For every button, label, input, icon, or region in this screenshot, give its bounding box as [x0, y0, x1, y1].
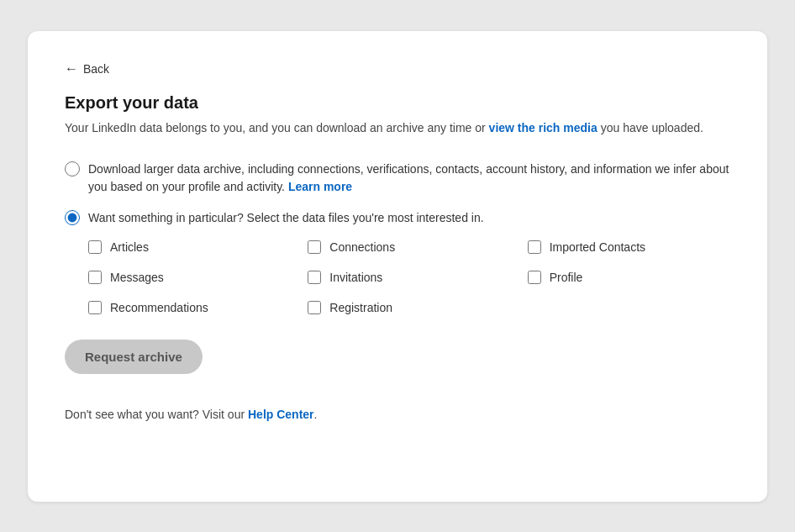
checkbox-messages-label[interactable]: Messages [110, 271, 164, 284]
page-subtitle: Your LinkedIn data belongs to you, and y… [65, 119, 730, 137]
checkbox-articles-label[interactable]: Articles [110, 240, 149, 254]
large-archive-text-before: Download larger data archive, including … [88, 162, 729, 193]
back-arrow-icon: ← [65, 61, 78, 76]
checkbox-messages: Messages [88, 271, 291, 284]
back-label: Back [83, 62, 109, 76]
checkbox-profile-input[interactable] [528, 271, 541, 284]
subtitle-text-after: you have uploaded. [598, 121, 703, 134]
checkbox-profile-label[interactable]: Profile [550, 271, 583, 284]
checkbox-recommendations-label[interactable]: Recommendations [110, 301, 208, 314]
checkbox-imported-contacts: Imported Contacts [528, 240, 730, 254]
help-text-before: Don't see what you want? Visit our [65, 408, 248, 421]
learn-more-link[interactable]: Learn more [288, 180, 352, 193]
radio-specific-label[interactable]: Want something in particular? Select the… [88, 209, 484, 227]
help-center-link[interactable]: Help Center [248, 408, 314, 421]
help-text: Don't see what you want? Visit our Help … [65, 408, 730, 421]
checkbox-invitations: Invitations [308, 271, 510, 284]
export-data-card: ← Back Export your data Your LinkedIn da… [28, 31, 767, 502]
checkbox-registration-input[interactable] [308, 301, 321, 314]
checkbox-profile: Profile [528, 271, 730, 284]
radio-large-archive[interactable] [65, 161, 80, 176]
help-text-after: . [314, 408, 318, 421]
checkbox-registration-label[interactable]: Registration [329, 301, 392, 314]
radio-specific[interactable] [65, 210, 80, 225]
page-title: Export your data [65, 93, 730, 113]
radio-large-archive-label[interactable]: Download larger data archive, including … [88, 161, 730, 196]
checkbox-connections: Connections [308, 240, 510, 254]
rich-media-link[interactable]: view the rich media [489, 121, 598, 134]
checkboxes-grid: Articles Connections Imported Contacts M… [88, 240, 730, 314]
checkbox-articles-input[interactable] [88, 240, 102, 254]
subtitle-text-before: Your LinkedIn data belongs to you, and y… [65, 121, 489, 134]
radio-option-large-archive: Download larger data archive, including … [65, 161, 730, 196]
checkbox-invitations-label[interactable]: Invitations [329, 271, 382, 284]
checkbox-recommendations: Recommendations [88, 301, 291, 314]
request-archive-button[interactable]: Request archive [65, 340, 203, 374]
checkbox-connections-label[interactable]: Connections [329, 240, 395, 254]
back-button[interactable]: ← Back [65, 61, 730, 76]
checkbox-invitations-input[interactable] [308, 271, 321, 284]
radio-option-specific: Want something in particular? Select the… [65, 209, 730, 227]
checkbox-articles: Articles [88, 240, 291, 254]
checkbox-imported-contacts-label[interactable]: Imported Contacts [550, 240, 645, 254]
checkbox-recommendations-input[interactable] [88, 301, 102, 314]
checkbox-messages-input[interactable] [88, 271, 102, 284]
checkbox-connections-input[interactable] [308, 240, 321, 254]
checkbox-registration: Registration [308, 301, 510, 314]
checkbox-imported-contacts-input[interactable] [528, 240, 541, 254]
